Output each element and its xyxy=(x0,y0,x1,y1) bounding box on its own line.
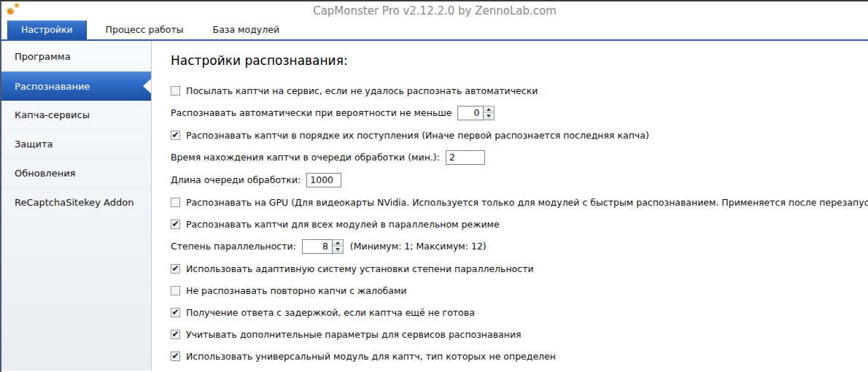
checkbox-label: Распознавать на GPU (Для видеокарты NVid… xyxy=(186,197,868,208)
setting-row: ✔ Использовать универсальный модуль для … xyxy=(171,349,856,364)
checkbox-delayed-answer[interactable]: ✔ xyxy=(171,308,180,317)
arrow-up-icon xyxy=(487,108,491,111)
sidebar-item-recaptchasitekey-addon[interactable]: ReCaptchaSitekey Addon xyxy=(1,188,151,217)
field-label: Время нахождения каптчи в очереди обрабо… xyxy=(171,152,440,163)
checkmark-icon: ✔ xyxy=(171,131,179,139)
spin-down-button[interactable] xyxy=(333,247,343,253)
checkbox-label: Не распознавать повторно капчи с жалобам… xyxy=(186,285,407,296)
checkmark-icon: ✔ xyxy=(171,308,179,317)
spinner-buttons xyxy=(484,106,495,120)
checkbox-label: Учитывать дополнительные параметры для с… xyxy=(186,329,522,340)
setting-row: Степень параллельности: (Минимум: 1; Мак… xyxy=(171,239,856,254)
arrow-down-icon xyxy=(336,248,340,251)
parallelism-spinner xyxy=(302,239,344,254)
checkbox-universal-module[interactable]: ✔ xyxy=(171,352,180,361)
checkbox-label: Распознавать каптчи для всех модулей в п… xyxy=(186,219,500,230)
spin-up-button[interactable] xyxy=(484,106,494,114)
checkbox-label: Посылать каптчи на сервис, если не удало… xyxy=(186,85,538,96)
tab-bar: Настройки Процесс работы База модулей xyxy=(1,20,868,41)
window-title: CapMonster Pro v2.12.2.0 by ZennoLab.com xyxy=(1,1,868,20)
setting-row: Посылать каптчи на сервис, если не удало… xyxy=(171,83,856,98)
probability-spinner xyxy=(457,106,495,120)
capmonster-window: CapMonster Pro v2.12.2.0 by ZennoLab.com… xyxy=(0,0,868,372)
setting-row: Длина очереди обработки: xyxy=(171,172,856,187)
checkbox-send-to-service[interactable] xyxy=(171,86,180,96)
setting-row: ✔ Распознавать каптчи для всех модулей в… xyxy=(171,217,856,232)
checkmark-icon: ✔ xyxy=(171,264,179,273)
sidebar-item-protection[interactable]: Защита xyxy=(1,130,151,159)
checkbox-no-repeat-complaints[interactable] xyxy=(171,286,180,295)
setting-row: ✔ Получение ответа с задержкой, если кап… xyxy=(171,305,856,320)
checkbox-label: Получение ответа с задержкой, если каптч… xyxy=(186,307,475,318)
setting-row: Не распознавать повторно капчи с жалобам… xyxy=(171,283,856,298)
sidebar-item-program[interactable]: Программа xyxy=(1,42,151,71)
checkbox-parallel-mode[interactable]: ✔ xyxy=(171,220,180,229)
tab-work-process[interactable]: Процесс работы xyxy=(96,20,194,39)
settings-panel: Настройки распознавания: Посылать каптчи… xyxy=(152,41,868,371)
checkbox-adaptive-parallelism[interactable]: ✔ xyxy=(171,264,180,274)
arrow-down-icon xyxy=(487,115,491,117)
spin-down-button[interactable] xyxy=(484,113,494,120)
page-title: Настройки распознавания: xyxy=(171,53,856,68)
app-body: Программа Распознавание Капча-сервисы За… xyxy=(1,41,868,371)
spin-up-button[interactable] xyxy=(333,240,343,247)
tab-settings[interactable]: Настройки xyxy=(7,20,87,39)
setting-row: ✔ Учитывать дополнительные параметры для… xyxy=(171,327,856,342)
titlebar: CapMonster Pro v2.12.2.0 by ZennoLab.com xyxy=(1,1,868,20)
checkbox-label: Использовать адаптивную систему установк… xyxy=(186,263,534,274)
tab-module-base[interactable]: База модулей xyxy=(203,20,290,39)
sidebar-item-captcha-services[interactable]: Капча-сервисы xyxy=(1,101,151,130)
queue-length-input[interactable] xyxy=(306,173,341,187)
field-label: Длина очереди обработки: xyxy=(171,174,301,185)
sidebar-item-recognition[interactable]: Распознавание xyxy=(1,71,151,101)
checkmark-icon: ✔ xyxy=(171,330,179,338)
checkbox-extra-service-params[interactable]: ✔ xyxy=(171,330,180,339)
sidebar: Программа Распознавание Капча-сервисы За… xyxy=(1,41,152,371)
setting-row: ✔ Использовать адаптивную систему устано… xyxy=(171,261,856,276)
setting-row: ✔ Распознавать каптчи в порядке их посту… xyxy=(171,128,856,143)
checkmark-icon: ✔ xyxy=(171,352,179,360)
checkbox-recognize-in-order[interactable]: ✔ xyxy=(171,131,180,140)
queue-time-input[interactable] xyxy=(446,150,485,165)
setting-row: Время нахождения каптчи в очереди обрабо… xyxy=(171,150,856,165)
probability-input[interactable] xyxy=(457,106,484,120)
arrow-up-icon xyxy=(336,241,340,244)
spinner-buttons xyxy=(333,239,344,254)
sidebar-item-updates[interactable]: Обновления xyxy=(1,159,151,188)
parallelism-input[interactable] xyxy=(302,239,333,254)
checkbox-label: Использовать универсальный модуль для ка… xyxy=(186,351,556,362)
setting-row: Распознавать автоматически при вероятнос… xyxy=(171,105,856,120)
checkbox-label: Распознавать каптчи в порядке их поступл… xyxy=(186,130,649,141)
setting-row: Распознавать на GPU (Для видеокарты NVid… xyxy=(171,195,856,210)
field-label: Распознавать автоматически при вероятнос… xyxy=(171,107,452,118)
gears-icon xyxy=(5,2,26,20)
checkbox-gpu[interactable] xyxy=(171,198,180,207)
field-label: Степень параллельности: xyxy=(171,241,296,252)
min-max-hint: (Минимум: 1; Максимум: 12) xyxy=(350,241,487,252)
checkmark-icon: ✔ xyxy=(171,220,179,228)
